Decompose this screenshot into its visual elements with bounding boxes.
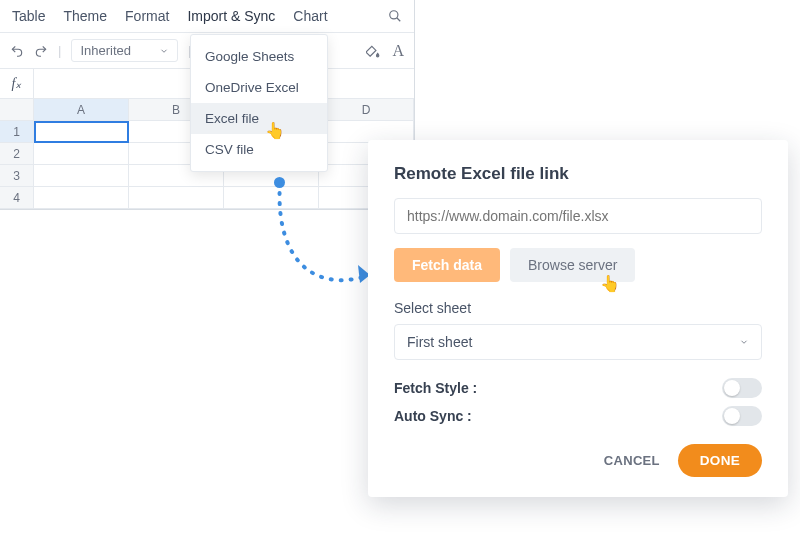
dropdown-csv-file[interactable]: CSV file bbox=[191, 134, 327, 165]
auto-sync-label: Auto Sync : bbox=[394, 408, 472, 424]
sheet-select-value: First sheet bbox=[407, 334, 472, 350]
select-sheet-label: Select sheet bbox=[394, 300, 762, 316]
cell-a1[interactable] bbox=[34, 121, 129, 143]
undo-icon[interactable] bbox=[10, 44, 24, 58]
row-header-3[interactable]: 3 bbox=[0, 165, 34, 187]
cell-c4[interactable] bbox=[224, 187, 319, 209]
fetch-style-toggle[interactable] bbox=[722, 378, 762, 398]
select-all-corner[interactable] bbox=[0, 99, 34, 121]
pointer-cursor-icon: 👆 bbox=[600, 274, 620, 293]
dropdown-excel-file[interactable]: Excel file 👆 bbox=[191, 103, 327, 134]
import-sync-dropdown: Google Sheets OneDrive Excel Excel file … bbox=[190, 34, 328, 172]
col-header-d[interactable]: D bbox=[319, 99, 414, 121]
dialog-title: Remote Excel file link bbox=[394, 164, 762, 184]
done-button[interactable]: DONE bbox=[678, 444, 762, 477]
menu-table[interactable]: Table bbox=[12, 8, 45, 24]
dropdown-excel-file-label: Excel file bbox=[205, 111, 259, 126]
menu-theme[interactable]: Theme bbox=[63, 8, 107, 24]
row-header-2[interactable]: 2 bbox=[0, 143, 34, 165]
fetch-style-label: Fetch Style : bbox=[394, 380, 477, 396]
chevron-down-icon bbox=[739, 337, 749, 347]
remote-excel-dialog: Remote Excel file link Fetch data Browse… bbox=[368, 140, 788, 497]
connector-start-dot bbox=[274, 177, 285, 188]
font-select-value: Inherited bbox=[80, 43, 131, 58]
search-icon[interactable] bbox=[388, 9, 402, 23]
url-input[interactable] bbox=[394, 198, 762, 234]
redo-icon[interactable] bbox=[34, 44, 48, 58]
menu-chart[interactable]: Chart bbox=[293, 8, 327, 24]
sheet-select[interactable]: First sheet bbox=[394, 324, 762, 360]
cell-a4[interactable] bbox=[34, 187, 129, 209]
svg-point-0 bbox=[390, 11, 398, 19]
font-select[interactable]: Inherited bbox=[71, 39, 178, 62]
row-header-1[interactable]: 1 bbox=[0, 121, 34, 143]
cell-a2[interactable] bbox=[34, 143, 129, 165]
cell-b4[interactable] bbox=[129, 187, 224, 209]
dropdown-google-sheets[interactable]: Google Sheets bbox=[191, 41, 327, 72]
cancel-button[interactable]: CANCEL bbox=[604, 453, 660, 468]
auto-sync-toggle[interactable] bbox=[722, 406, 762, 426]
col-header-a[interactable]: A bbox=[34, 99, 129, 121]
toolbar-separator: | bbox=[58, 43, 61, 58]
menubar: Table Theme Format Import & Sync Chart bbox=[0, 0, 414, 32]
row-header-4[interactable]: 4 bbox=[0, 187, 34, 209]
fill-color-icon[interactable] bbox=[366, 44, 380, 58]
dropdown-onedrive-excel[interactable]: OneDrive Excel bbox=[191, 72, 327, 103]
text-color-icon[interactable]: A bbox=[392, 42, 404, 60]
browse-server-button[interactable]: Browse server 👆 bbox=[510, 248, 635, 282]
chevron-down-icon bbox=[159, 46, 169, 56]
browse-server-label: Browse server bbox=[528, 257, 617, 273]
menu-format[interactable]: Format bbox=[125, 8, 169, 24]
menu-import-sync[interactable]: Import & Sync bbox=[187, 8, 275, 24]
cell-a3[interactable] bbox=[34, 165, 129, 187]
fx-label: fₓ bbox=[0, 69, 34, 98]
fetch-data-button[interactable]: Fetch data bbox=[394, 248, 500, 282]
svg-line-1 bbox=[397, 18, 401, 22]
